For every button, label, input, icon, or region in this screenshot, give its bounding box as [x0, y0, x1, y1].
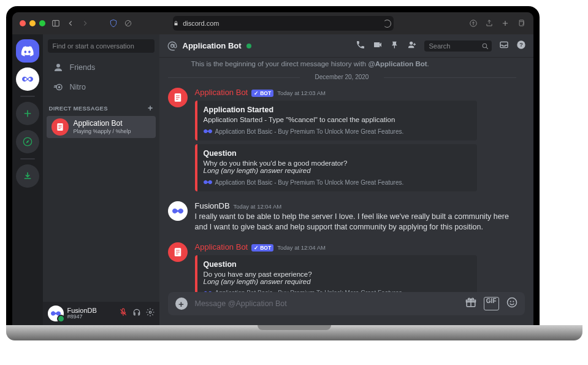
pin-icon[interactable] — [390, 40, 400, 52]
dm-header: DIRECT MESSAGES + — [43, 97, 159, 115]
chat-main: Application Bot Search ? This is the beg… — [159, 34, 533, 325]
input-area: + Message @Application Bot GIF — [159, 292, 533, 325]
explore-button[interactable] — [16, 130, 39, 153]
mute-icon[interactable] — [119, 308, 128, 319]
message-input[interactable]: + Message @Application Bot GIF — [168, 292, 525, 315]
svg-point-9 — [58, 86, 60, 88]
svg-point-12 — [149, 311, 151, 313]
dm-application-bot[interactable]: Application Bot Playing %apply / %help — [47, 116, 156, 138]
export-icon[interactable] — [485, 19, 494, 28]
svg-rect-0 — [52, 20, 59, 26]
attach-icon[interactable]: + — [175, 298, 188, 310]
forward-icon[interactable] — [81, 19, 90, 28]
guild-bar — [12, 34, 43, 325]
dm-search[interactable]: Find or start a conversation — [48, 39, 155, 53]
timestamp: Today at 12:04 AM — [234, 203, 282, 210]
search-input[interactable]: Search — [424, 40, 492, 52]
avatar[interactable] — [168, 88, 188, 107]
svg-point-22 — [507, 298, 516, 307]
reload-icon[interactable] — [383, 20, 391, 28]
shield-icon[interactable] — [109, 19, 118, 28]
at-icon — [167, 40, 178, 52]
download-button[interactable] — [16, 164, 39, 188]
footer-icon — [204, 127, 212, 136]
svg-rect-4 — [175, 23, 178, 26]
message-list[interactable]: This is the beginning of your direct mes… — [159, 58, 533, 292]
emoji-icon[interactable] — [506, 297, 517, 310]
message-bot-2: Application Bot ✓ BOT Today at 12:04 AM … — [159, 240, 525, 292]
share-icon[interactable] — [469, 19, 478, 28]
nitro-label: Nitro — [70, 83, 86, 91]
url-bar[interactable]: discord.com — [173, 16, 394, 31]
date-divider: December 20, 2020 — [168, 74, 516, 80]
friends-tab[interactable]: Friends — [47, 58, 156, 77]
friends-label: Friends — [70, 63, 96, 72]
channel-title: Application Bot — [183, 41, 242, 50]
timestamp: Today at 12:03 AM — [277, 90, 326, 96]
window-close[interactable] — [20, 20, 26, 26]
window-maximize[interactable] — [39, 20, 45, 26]
footer-icon — [204, 178, 212, 186]
user-avatar[interactable] — [48, 305, 64, 321]
svg-point-24 — [513, 301, 514, 302]
user-tag: #8947 — [67, 314, 97, 320]
home-button[interactable] — [16, 39, 39, 63]
history-beginning: This is the beginning of your direct mes… — [159, 58, 525, 71]
channel-sidebar: Find or start a conversation Friends Nit… — [43, 34, 159, 325]
tabs-icon[interactable] — [517, 19, 525, 28]
gift-icon[interactable] — [465, 297, 476, 310]
svg-line-3 — [126, 21, 130, 26]
new-tab-icon[interactable] — [501, 19, 510, 28]
avatar[interactable] — [168, 201, 188, 221]
add-friend-icon[interactable] — [407, 40, 417, 52]
search-icon — [481, 42, 489, 50]
timestamp: Today at 12:04 AM — [277, 244, 326, 251]
author[interactable]: Application Bot — [195, 88, 248, 97]
svg-rect-6 — [520, 21, 524, 26]
user-panel: FusionDB #8947 — [43, 302, 159, 325]
dm-avatar — [52, 118, 69, 136]
message-text: I really want to be able to help the ser… — [195, 212, 516, 232]
back-icon[interactable] — [66, 19, 75, 28]
create-dm-icon[interactable]: + — [148, 103, 153, 113]
embed-question-2: Question Do you have any past experience… — [195, 255, 477, 292]
input-placeholder: Message @Application Bot — [195, 299, 458, 308]
call-icon[interactable] — [356, 40, 365, 52]
embed-application-started: Application Started Application Started … — [195, 101, 477, 140]
svg-line-14 — [486, 47, 488, 49]
add-server-button[interactable] — [16, 102, 39, 125]
bot-tag: ✓ BOT — [251, 244, 273, 252]
avatar[interactable] — [168, 242, 188, 262]
help-icon[interactable]: ? — [516, 40, 526, 52]
gif-icon[interactable]: GIF — [484, 297, 499, 310]
nitro-tab[interactable]: Nitro — [47, 78, 156, 96]
sidebar-toggle-icon[interactable] — [52, 19, 60, 28]
dm-status: Playing %apply / %help — [74, 128, 131, 134]
video-icon[interactable] — [373, 40, 383, 52]
inbox-icon[interactable] — [499, 40, 509, 52]
message-user-1: FusionDB Today at 12:04 AM I really want… — [159, 199, 525, 235]
window-minimize[interactable] — [29, 20, 36, 26]
svg-point-13 — [483, 44, 487, 48]
bot-tag: ✓ BOT — [251, 90, 273, 97]
url-text: discord.com — [183, 20, 219, 27]
browser-toolbar: discord.com — [12, 12, 533, 34]
embed-question-1: Question Why do you think you'd be a goo… — [195, 144, 477, 191]
message-bot-1: Application Bot ✓ BOT Today at 12:03 AM … — [159, 85, 525, 194]
svg-point-23 — [510, 301, 511, 302]
settings-icon[interactable] — [146, 308, 155, 319]
chat-header: Application Bot Search ? — [159, 34, 533, 58]
author[interactable]: FusionDB — [195, 201, 230, 210]
author[interactable]: Application Bot — [195, 242, 248, 252]
dm-name: Application Bot — [74, 120, 131, 128]
svg-text:?: ? — [519, 42, 523, 48]
privacy-icon[interactable] — [124, 19, 132, 28]
online-status-dot — [246, 44, 251, 48]
deafen-icon[interactable] — [132, 308, 141, 319]
server-item[interactable] — [16, 67, 39, 91]
